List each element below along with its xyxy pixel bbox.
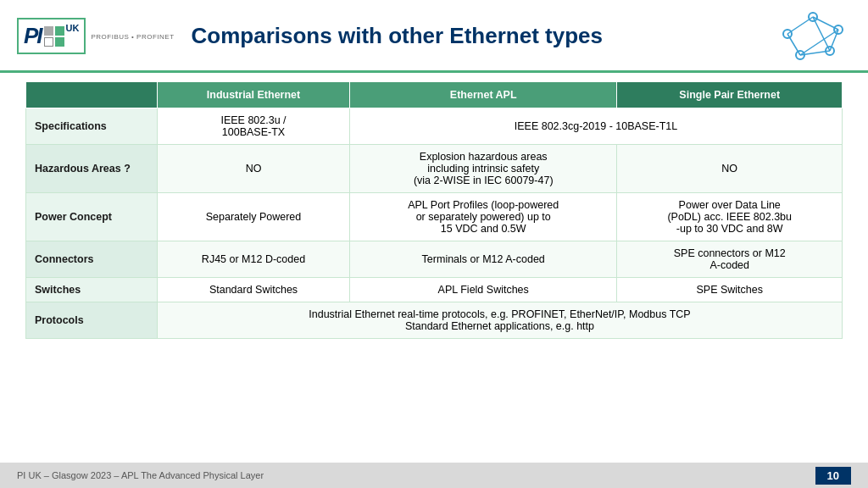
table-row: Protocols Industrial Ethernet real-time … [26, 302, 843, 339]
table-header-row: Industrial Ethernet Ethernet APL Single … [26, 82, 843, 108]
table-row: Specifications IEEE 802.3u / 100BASE-TX … [26, 108, 843, 145]
logo-blocks [44, 26, 64, 47]
svg-line-9 [787, 17, 813, 34]
cell-switches-spe: SPE Switches [617, 278, 843, 302]
table-row: Hazardous Areas ? NO Explosion hazardous… [26, 145, 843, 193]
page-title: Comparisons with other Ethernet types [175, 23, 775, 49]
network-icon [775, 8, 851, 64]
cell-connectors-ie: RJ45 or M12 D-coded [158, 241, 350, 278]
header: PI UK PROFIBUS • PROFINET Comparisons w [0, 0, 868, 73]
page-number: 10 [815, 467, 851, 485]
cell-specs-apl-spe: IEEE 802.3cg-2019 - 10BASE-T1L [350, 108, 843, 145]
table-row: Power Concept Separately Powered APL Por… [26, 193, 843, 241]
logo-pi-text: PI [24, 23, 42, 49]
slide: PI UK PROFIBUS • PROFINET Comparisons w [0, 0, 868, 488]
main-content: Industrial Ethernet Ethernet APL Single … [0, 73, 868, 463]
col-header-spe: Single Pair Ethernet [617, 82, 843, 108]
cell-switches-apl: APL Field Switches [350, 278, 617, 302]
col-header-apl: Ethernet APL [350, 82, 617, 108]
table-row: Switches Standard Switches APL Field Swi… [26, 278, 843, 302]
row-label-power: Power Concept [26, 193, 158, 241]
svg-line-8 [787, 34, 800, 55]
logo-block-4 [55, 37, 64, 47]
cell-hazardous-apl: Explosion hazardous areas including intr… [350, 145, 617, 193]
logo-block-3 [44, 37, 53, 47]
cell-power-ie: Separately Powered [158, 193, 350, 241]
logo-area: PI UK PROFIBUS • PROFINET [17, 18, 175, 54]
logo-sub-text: PROFIBUS • PROFINET [91, 33, 174, 41]
cell-specs-ie: IEEE 802.3u / 100BASE-TX [158, 108, 350, 145]
cell-hazardous-ie: NO [158, 145, 350, 193]
cell-hazardous-spe: NO [617, 145, 843, 193]
row-label-hazardous: Hazardous Areas ? [26, 145, 158, 193]
footer: PI UK – Glasgow 2023 – APL The Advanced … [0, 463, 868, 488]
cell-switches-ie: Standard Switches [158, 278, 350, 302]
svg-line-10 [813, 17, 830, 51]
logo-box: PI UK [17, 18, 86, 54]
col-header-empty [26, 82, 158, 108]
cell-power-spe: Power over Data Line (PoDL) acc. IEEE 80… [617, 193, 843, 241]
logo-uk-text: UK [66, 23, 80, 33]
row-label-switches: Switches [26, 278, 158, 302]
footer-text: PI UK – Glasgow 2023 – APL The Advanced … [17, 470, 264, 480]
logo-block-1 [44, 26, 53, 36]
row-label-specs: Specifications [26, 108, 158, 145]
row-label-connectors: Connectors [26, 241, 158, 278]
row-label-protocols: Protocols [26, 302, 158, 339]
cell-connectors-apl: Terminals or M12 A-coded [350, 241, 617, 278]
table-row: Connectors RJ45 or M12 D-coded Terminals… [26, 241, 843, 278]
cell-connectors-spe: SPE connectors or M12 A-coded [617, 241, 843, 278]
col-header-industrial: Industrial Ethernet [158, 82, 350, 108]
cell-protocols-all: Industrial Ethernet real-time protocols,… [158, 302, 843, 339]
comparison-table: Industrial Ethernet Ethernet APL Single … [25, 81, 843, 339]
logo-block-2 [55, 26, 64, 36]
cell-power-apl: APL Port Profiles (loop-powered or separ… [350, 193, 617, 241]
